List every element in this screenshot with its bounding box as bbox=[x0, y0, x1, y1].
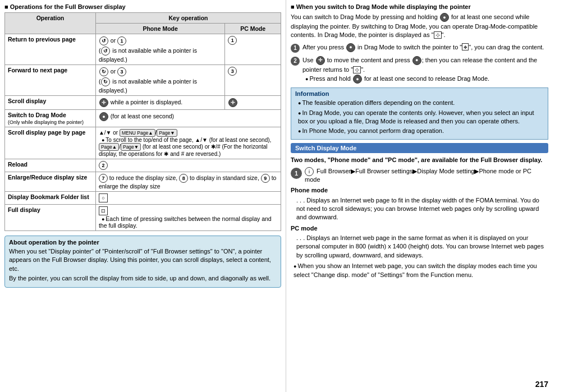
switch-display-mode-header: Switch Display Mode bbox=[291, 143, 548, 153]
info-bullet-2: In Drag Mode, you can operate the conten… bbox=[298, 109, 544, 126]
circle-btn2: ↻ bbox=[99, 67, 108, 76]
step2-container: 2 Use ✛ to move the content and press ●;… bbox=[291, 56, 548, 84]
dpad-icon: ✛ bbox=[99, 98, 108, 107]
col-pc: PC Mode bbox=[225, 24, 281, 34]
table-row: Return to previous page ↺ or 1 (↺ is not… bbox=[5, 34, 281, 65]
pc-return: 1 bbox=[225, 34, 281, 65]
switch-desc: Two modes, "Phone mode" and "PC mode", a… bbox=[291, 156, 548, 164]
page-number: 217 bbox=[535, 380, 548, 389]
op-full: Full display bbox=[5, 205, 96, 231]
pc-mode-desc: . . . Displays an Internet web page in t… bbox=[296, 234, 548, 260]
op-drag: Switch to Drag Mode(Only while displayin… bbox=[5, 110, 96, 127]
drag-intro: You can switch to Drag Mode by pressing … bbox=[291, 12, 548, 40]
table-row: Display Bookmark Folder list ○ bbox=[5, 192, 281, 205]
phone-forward: ↻ or 3 (↻ is not available while a point… bbox=[95, 65, 224, 96]
phone-full: ⊡ Each time of pressing switches between… bbox=[95, 205, 281, 231]
step-main-container: 1 i Full Browser▶Full Browser settings▶D… bbox=[291, 167, 548, 183]
step1-num: 1 bbox=[291, 44, 300, 53]
circle-icon: ↺ bbox=[101, 47, 110, 56]
step1-text: After you press ● in Drag Mode to switch… bbox=[302, 43, 544, 53]
pc-forward: 3 bbox=[225, 65, 281, 96]
op-return: Return to previous page bbox=[5, 34, 96, 65]
op-page-scroll: Scroll display page by page bbox=[5, 127, 96, 159]
last-bullet: When you show an Internet web page, you … bbox=[294, 262, 548, 279]
left-panel: Operations for the Full Browser display … bbox=[0, 0, 286, 392]
num-badge-1: 1 bbox=[117, 36, 126, 45]
phone-return: ↺ or 1 (↺ is not available while a point… bbox=[95, 34, 224, 65]
op-scroll: Scroll display bbox=[5, 96, 96, 110]
about-box: About operation by the pointer When you … bbox=[4, 236, 281, 288]
step2-num: 2 bbox=[291, 57, 300, 66]
right-panel: When you switch to Drag Mode while displ… bbox=[286, 0, 564, 392]
phone-page-scroll: ▲/▼ or MENU Page▲/Page▼ To scroll to the… bbox=[95, 127, 281, 159]
pc-mode-label: PC mode bbox=[291, 224, 548, 233]
circle-btn: ↺ bbox=[99, 36, 108, 45]
op-forward: Forward to next page bbox=[5, 65, 96, 96]
col-operation: Operation bbox=[5, 13, 96, 34]
operations-table: Operation Key operation Phone Mode PC Mo… bbox=[4, 12, 281, 231]
phone-reload: 2 bbox=[95, 159, 281, 172]
table-row: Forward to next page ↻ or 3 (↻ is not av… bbox=[5, 65, 281, 96]
table-row: Scroll display page by page ▲/▼ or MENU … bbox=[5, 127, 281, 159]
op-reload: Reload bbox=[5, 159, 96, 172]
right-section-title: When you switch to Drag Mode while displ… bbox=[291, 3, 548, 10]
table-row: Enlarge/Reduce display size 7 to reduce … bbox=[5, 172, 281, 192]
phone-drag: ● (for at least one second) bbox=[95, 110, 281, 127]
table-row: Full display ⊡ Each time of pressing swi… bbox=[5, 205, 281, 231]
table-row: Switch to Drag Mode(Only while displayin… bbox=[5, 110, 281, 127]
phone-bookmark: ○ bbox=[95, 192, 281, 205]
phone-mode-label: Phone mode bbox=[291, 186, 548, 195]
table-row: Scroll display ✛ while a pointer is disp… bbox=[5, 96, 281, 110]
about-text2: By the pointer, you can scroll the displ… bbox=[9, 274, 277, 283]
full-icon: ⊡ bbox=[99, 206, 108, 215]
info-bullet-3: In Phone Mode, you cannot perform drag o… bbox=[298, 127, 544, 135]
phone-scroll: ✛ while a pointer is displayed. bbox=[95, 96, 224, 110]
col-key: Key operation bbox=[95, 13, 281, 24]
step1-container: 1 After you press ● in Drag Mode to swit… bbox=[291, 43, 548, 53]
step-main-num: 1 bbox=[291, 168, 302, 179]
col-phone: Phone Mode bbox=[95, 24, 224, 34]
phone-resize: 7 to reduce the display size, 8 to displ… bbox=[95, 172, 281, 192]
info-bullet-1: The feasible operation differs depending… bbox=[298, 99, 544, 107]
about-text1: When you set "Display pointer" of "Point… bbox=[9, 247, 277, 273]
table-row: Reload 2 bbox=[5, 159, 281, 172]
info-box: Information The feasible operation diffe… bbox=[291, 87, 548, 140]
step-main-label: Full Browser▶Full Browser settings▶Displ… bbox=[305, 168, 531, 183]
bookmark-icon: ○ bbox=[99, 193, 108, 202]
about-title: About operation by the pointer bbox=[9, 239, 277, 246]
info-title: Information bbox=[295, 90, 544, 97]
step2-text: Use ✛ to move the content and press ●; t… bbox=[302, 56, 548, 84]
step-main-text: i Full Browser▶Full Browser settings▶Dis… bbox=[305, 167, 548, 183]
op-resize: Enlarge/Reduce display size bbox=[5, 172, 96, 192]
pc-scroll: ✛ bbox=[225, 96, 281, 110]
op-bookmark: Display Bookmark Folder list bbox=[5, 192, 96, 205]
left-section-title: Operations for the Full Browser display bbox=[4, 3, 281, 10]
phone-mode-desc: . . . Displays an Internet web page to f… bbox=[296, 196, 548, 222]
